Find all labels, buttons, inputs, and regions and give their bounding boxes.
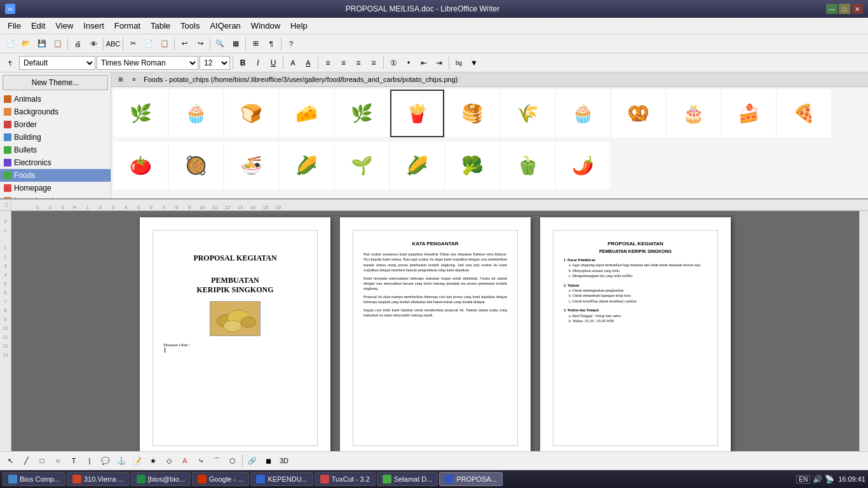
menu-edit[interactable]: Edit xyxy=(26,19,50,33)
menu-aiqeran[interactable]: AIQeran xyxy=(205,19,245,33)
menu-insert[interactable]: Insert xyxy=(78,19,109,33)
gallery-view-btn2[interactable]: ≡ xyxy=(128,74,140,85)
gallery-item-corn[interactable]: 🌽 xyxy=(280,142,334,189)
gallery-item-herbs[interactable]: 🌿 xyxy=(114,90,168,137)
table-button[interactable]: ▦ xyxy=(228,36,243,51)
taskbar-tuxcut[interactable]: TuxCut - 3.2 xyxy=(315,472,376,486)
highlight-button[interactable]: A xyxy=(301,56,315,70)
font-color-button[interactable]: A xyxy=(286,56,300,70)
save-button[interactable]: 💾 xyxy=(34,36,50,51)
right-scrollbar[interactable] xyxy=(859,211,868,451)
menu-help[interactable]: Help xyxy=(285,19,313,33)
gallery-cat-building[interactable]: Building xyxy=(0,131,111,144)
numbering-button[interactable]: ① xyxy=(386,56,400,70)
gallery-item-herbs2[interactable]: 🌿 xyxy=(335,90,389,137)
text-tool[interactable]: T xyxy=(66,453,81,468)
connector-tool[interactable]: ⤷ xyxy=(193,453,208,468)
spell-button[interactable]: ABC xyxy=(105,36,121,51)
bg-color-button[interactable]: bg xyxy=(452,56,466,70)
insert-fields[interactable]: ⊞ xyxy=(248,36,263,51)
gallery-item-pot[interactable]: 🥘 xyxy=(169,142,223,189)
taskbar-kependu[interactable]: KEPENDU... xyxy=(250,472,313,486)
taskbar-proposa[interactable]: PROPOSA... xyxy=(439,472,503,486)
gallery-item-cheese[interactable]: 🧀 xyxy=(280,90,334,137)
new-theme-button[interactable]: New Theme... xyxy=(3,75,108,90)
gallery-cat-border[interactable]: Border xyxy=(0,118,111,131)
paste-button[interactable]: 📋 xyxy=(157,36,172,51)
gallery-item-noodle[interactable]: 🍜 xyxy=(224,142,278,189)
bullets-button[interactable]: • xyxy=(402,56,416,70)
gallery-item-chili[interactable]: 🌶️ xyxy=(556,142,610,189)
maximize-button[interactable]: □ xyxy=(839,4,850,14)
gallery-item-cake2[interactable]: 🍰 xyxy=(722,90,776,137)
bezier-tool[interactable]: ⌒ xyxy=(209,453,224,468)
shape-tool[interactable]: ◇ xyxy=(161,453,177,468)
align-right-button[interactable]: ≡ xyxy=(351,56,365,70)
help-button[interactable]: ? xyxy=(283,36,299,51)
align-left-button[interactable]: ≡ xyxy=(321,56,335,70)
gallery-item-sprout[interactable]: 🌱 xyxy=(335,142,389,189)
menu-window[interactable]: Window xyxy=(246,19,285,33)
taskbar-google[interactable]: Google - ... xyxy=(192,472,249,486)
indent-more-button[interactable]: ⇥ xyxy=(432,56,446,70)
close-button[interactable]: ✕ xyxy=(851,4,863,14)
note-tool[interactable]: 📝 xyxy=(130,453,145,468)
menu-file[interactable]: File xyxy=(3,19,26,33)
select-tool[interactable]: ↖ xyxy=(3,453,18,468)
rect-tool[interactable]: □ xyxy=(34,453,50,468)
menu-view[interactable]: View xyxy=(50,19,78,33)
gallery-item-pepper[interactable]: 🫑 xyxy=(501,142,555,189)
font-size-select[interactable]: 12 xyxy=(200,56,230,70)
format-marks[interactable]: ¶ xyxy=(264,36,279,51)
gallery-cat-bullets[interactable]: Bullets xyxy=(0,144,111,156)
gallery-item-grain[interactable]: 🌾 xyxy=(501,90,555,137)
network-icon[interactable]: 📡 xyxy=(825,475,834,484)
new-button[interactable]: 📄 xyxy=(3,36,18,51)
underline-button[interactable]: U xyxy=(266,56,280,70)
volume-icon[interactable]: 🔊 xyxy=(813,475,822,484)
anchor-tool[interactable]: ⚓ xyxy=(114,453,129,468)
insert-link-tool[interactable]: 🔗 xyxy=(245,453,260,468)
gallery-view-btn1[interactable]: ⊞ xyxy=(115,74,126,85)
justify-button[interactable]: ≡ xyxy=(367,56,381,70)
find-button[interactable]: 🔍 xyxy=(212,36,227,51)
gallery-item-pizza[interactable]: 🍕 xyxy=(777,90,831,137)
3d-tool[interactable]: 3D xyxy=(276,453,292,468)
minimize-button[interactable]: — xyxy=(826,4,837,14)
gallery-item-pancake[interactable]: 🥞 xyxy=(445,90,499,137)
gallery-item-bread[interactable]: 🍞 xyxy=(224,90,278,137)
font-name-select[interactable]: Times New Roman xyxy=(97,56,198,70)
taskbar-vierra[interactable]: 310.Vierra ... xyxy=(67,472,130,486)
polygon-tool[interactable]: ⬡ xyxy=(225,453,240,468)
gallery-cat-backgrounds[interactable]: Backgrounds xyxy=(0,105,111,118)
save-as-button[interactable]: 📋 xyxy=(50,36,65,51)
italic-button[interactable]: I xyxy=(251,56,265,70)
print-preview-button[interactable]: 👁 xyxy=(86,36,101,51)
gallery-cat-foods[interactable]: Foods xyxy=(0,169,111,182)
char-fmt-button[interactable]: ▼ xyxy=(467,56,481,70)
gallery-item-potato_chips[interactable]: 🍟 xyxy=(390,90,444,137)
menu-table[interactable]: Table xyxy=(146,19,175,33)
taskbar-selamat[interactable]: Selamat D... xyxy=(377,472,438,486)
callout-tool[interactable]: 💬 xyxy=(98,453,113,468)
cursor-tool[interactable]: | xyxy=(82,453,97,468)
align-center-button[interactable]: ≡ xyxy=(336,56,350,70)
undo-button[interactable]: ↩ xyxy=(177,36,192,51)
gallery-item-corn2[interactable]: 🌽 xyxy=(390,142,444,189)
menu-tools[interactable]: Tools xyxy=(175,19,205,33)
redo-button[interactable]: ↪ xyxy=(193,36,208,51)
gallery-item-tomato[interactable]: 🍅 xyxy=(114,142,168,189)
menu-format[interactable]: Format xyxy=(109,19,146,33)
star-tool[interactable]: ★ xyxy=(146,453,161,468)
gallery-item-muffin[interactable]: 🧁 xyxy=(169,90,223,137)
print-button[interactable]: 🖨 xyxy=(70,36,85,51)
line-tool[interactable]: ╱ xyxy=(18,453,34,468)
gallery-cat-animals[interactable]: Animals xyxy=(0,93,111,105)
gallery-cat-logo_local[interactable]: Logo_Local xyxy=(0,194,111,198)
cut-button[interactable]: ✂ xyxy=(125,36,140,51)
indent-less-button[interactable]: ⇤ xyxy=(417,56,431,70)
paragraph-style-select[interactable]: Default xyxy=(19,56,95,70)
shadow-tool[interactable]: ◼ xyxy=(261,453,276,468)
bold-button[interactable]: B xyxy=(236,56,250,70)
gallery-item-cake[interactable]: 🎂 xyxy=(667,90,721,137)
